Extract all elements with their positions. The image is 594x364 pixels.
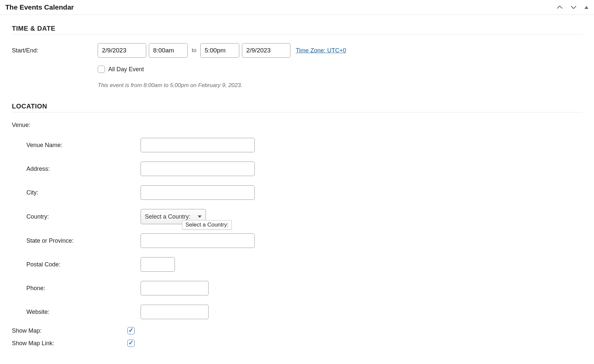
venue-block: Venue Name: Address: City: Country: Sele…	[12, 138, 582, 319]
show-map-link-label: Show Map Link:	[12, 340, 127, 347]
country-label: Country:	[12, 213, 141, 220]
start-end-row: Start/End: to Time Zone: UTC+0	[12, 43, 582, 58]
address-label: Address:	[12, 166, 141, 172]
phone-label: Phone:	[12, 285, 141, 292]
panel-content: TIME & DATE Start/End: to Time Zone: UTC…	[0, 15, 594, 364]
postal-input[interactable]	[141, 257, 175, 272]
end-date-input[interactable]	[242, 43, 290, 58]
venue-name-input[interactable]	[141, 138, 255, 152]
website-label: Website:	[12, 309, 141, 316]
website-input[interactable]	[141, 305, 209, 319]
to-label: to	[192, 47, 196, 54]
chevron-up-icon[interactable]	[556, 4, 563, 11]
show-map-link-row: Show Map Link:	[12, 340, 582, 347]
collapse-triangle-icon[interactable]	[584, 5, 589, 10]
start-end-label: Start/End:	[12, 47, 98, 54]
postal-label: Postal Code:	[12, 261, 141, 268]
phone-input[interactable]	[141, 281, 209, 295]
panel-title: The Events Calendar	[5, 3, 74, 11]
all-day-row: All Day Event	[98, 66, 582, 73]
chevron-down-icon[interactable]	[570, 4, 577, 11]
timezone-link[interactable]: Time Zone: UTC+0	[296, 47, 346, 54]
city-label: City:	[12, 189, 141, 196]
country-selected-text: Select a Country:	[145, 213, 190, 220]
all-day-checkbox[interactable]	[98, 66, 105, 73]
section-title-time-date: TIME & DATE	[12, 25, 582, 35]
show-map-link-checkbox[interactable]	[127, 340, 135, 347]
section-title-location: LOCATION	[12, 103, 582, 112]
panel-controls	[556, 4, 589, 11]
venue-name-label: Venue Name:	[12, 142, 141, 149]
state-label: State or Province:	[12, 237, 141, 244]
all-day-label[interactable]: All Day Event	[108, 66, 144, 73]
state-input[interactable]	[141, 233, 255, 248]
end-time-input[interactable]	[200, 43, 239, 58]
show-map-label: Show Map:	[12, 327, 127, 334]
country-tooltip: Select a Country:	[182, 220, 232, 229]
show-map-row: Show Map:	[12, 327, 582, 334]
start-date-input[interactable]	[98, 43, 146, 58]
events-calendar-panel: The Events Calendar TIME & DATE Start/En…	[0, 0, 594, 364]
city-input[interactable]	[141, 185, 255, 200]
start-time-input[interactable]	[149, 43, 188, 58]
address-input[interactable]	[141, 162, 255, 176]
venue-heading: Venue:	[12, 122, 582, 129]
event-summary-text: This event is from 8:00am to 5:00pm on F…	[98, 82, 582, 89]
chevron-down-icon	[198, 216, 202, 218]
show-map-checkbox[interactable]	[127, 327, 135, 334]
section-title-organizers: ORGANIZERS	[12, 363, 582, 364]
panel-header: The Events Calendar	[0, 0, 594, 15]
